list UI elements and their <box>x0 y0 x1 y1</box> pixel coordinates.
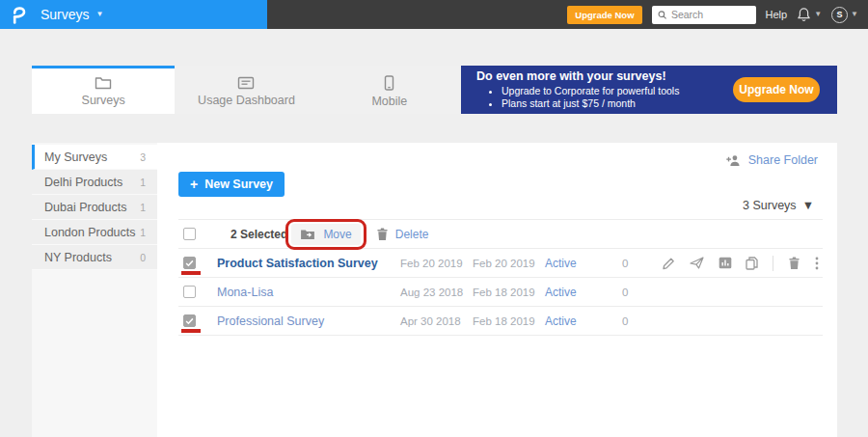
sidebar-item-delhi-products[interactable]: Delhi Products 1 <box>32 170 157 195</box>
row-checkbox[interactable] <box>183 314 196 327</box>
folder-count: 1 <box>140 227 146 238</box>
sidebar-item-london-products[interactable]: London Products 1 <box>32 220 157 245</box>
folder-label: Delhi Products <box>44 176 140 189</box>
folders-sidebar: My Surveys 3 Delhi Products 1 Dubai Prod… <box>32 143 157 437</box>
chevron-down-icon: ▼ <box>802 200 814 212</box>
chevron-down-icon: ▼ <box>814 11 822 18</box>
folder-label: Dubai Products <box>44 201 140 214</box>
created-date: Feb 20 2019 <box>400 258 473 269</box>
selection-toolbar: 2 Selected Move <box>178 219 823 249</box>
tab-label: Usage Dashboard <box>198 94 295 107</box>
row-actions <box>656 256 823 271</box>
selected-count-label: 2 Selected <box>231 228 287 241</box>
status-badge[interactable]: Active <box>545 257 622 270</box>
top-bar: Surveys ▼ Upgrade Now Help ▼ S ▼ <box>0 0 868 29</box>
chevron-down-icon: ▼ <box>96 11 104 18</box>
share-folder-link[interactable]: Share Folder <box>726 153 818 167</box>
help-link[interactable]: Help <box>766 9 788 20</box>
new-survey-button[interactable]: + New Survey <box>178 172 285 197</box>
move-label: Move <box>323 228 351 241</box>
reports-icon[interactable] <box>719 257 732 269</box>
search-input[interactable] <box>671 9 750 20</box>
table-row: Professional Survey Apr 30 2018 Feb 18 2… <box>178 307 823 336</box>
created-date: Apr 30 2018 <box>400 315 473 327</box>
view-tabs: Surveys Usage Dashboard Mobile <box>32 66 461 114</box>
banner-upgrade-button[interactable]: Upgrade Now <box>733 77 820 102</box>
folder-label: London Products <box>44 226 140 239</box>
upgrade-banner: Do even more with your surveys! Upgrade … <box>461 66 837 114</box>
row-checkbox-cell <box>178 307 217 335</box>
move-button[interactable]: Move <box>291 224 360 245</box>
mobile-icon <box>384 75 394 91</box>
notifications-menu[interactable]: ▼ <box>797 7 822 22</box>
survey-list-main: Share Folder + New Survey 3 Surveys ▼ 2 … <box>157 143 837 437</box>
row-checkbox-cell <box>178 278 217 306</box>
delete-icon[interactable] <box>788 257 800 270</box>
share-folder-label: Share Folder <box>748 153 818 167</box>
survey-title-link[interactable]: Professional Survey <box>217 314 400 328</box>
surveys-content-card: My Surveys 3 Delhi Products 1 Dubai Prod… <box>32 143 837 437</box>
tab-label: Mobile <box>371 95 407 108</box>
responses-count: 0 <box>622 258 656 269</box>
banner-bullet: Upgrade to Corporate for powerful tools <box>502 85 733 97</box>
divider <box>773 256 773 271</box>
more-icon[interactable] <box>815 257 819 270</box>
app-switcher-menu[interactable]: Surveys ▼ <box>41 7 104 22</box>
row-checkbox[interactable] <box>183 286 196 298</box>
row-checkbox[interactable] <box>183 257 196 269</box>
delete-button[interactable]: Delete <box>376 228 429 241</box>
status-badge[interactable]: Active <box>545 286 622 299</box>
banner-bullet-list: Upgrade to Corporate for powerful tools … <box>502 85 733 110</box>
responses-count: 0 <box>622 315 656 327</box>
banner-bullet: Plans start at just $75 / month <box>502 97 733 110</box>
search-box[interactable] <box>652 6 756 24</box>
bell-icon <box>797 7 811 22</box>
sidebar-item-ny-products[interactable]: NY Products 0 <box>32 245 157 270</box>
tabs-and-banner-band: Surveys Usage Dashboard Mobile Do even m… <box>32 66 837 114</box>
status-badge[interactable]: Active <box>545 314 622 328</box>
sidebar-item-dubai-products[interactable]: Dubai Products 1 <box>32 195 157 220</box>
tab-label: Surveys <box>82 94 125 107</box>
table-row: Product Satisfaction Survey Feb 20 2019 … <box>178 249 823 278</box>
plus-icon: + <box>190 177 198 192</box>
folder-label: NY Products <box>44 251 140 264</box>
tab-surveys[interactable]: Surveys <box>32 66 175 114</box>
tab-mobile[interactable]: Mobile <box>318 66 461 114</box>
table-row: Mona-Lisa Aug 23 2018 Feb 18 2019 Active… <box>178 278 823 307</box>
tab-usage-dashboard[interactable]: Usage Dashboard <box>175 66 317 114</box>
surveys-table: 2 Selected Move <box>178 219 823 336</box>
select-all-checkbox[interactable] <box>183 228 196 240</box>
trash-icon <box>376 228 389 241</box>
dashboard-icon <box>237 76 255 90</box>
row-checkbox-cell <box>178 249 217 277</box>
duplicate-icon[interactable] <box>746 257 758 270</box>
folder-count: 1 <box>140 177 146 188</box>
folder-count: 3 <box>140 151 146 163</box>
modified-date: Feb 20 2019 <box>473 258 545 269</box>
account-menu[interactable]: S ▼ <box>831 7 858 23</box>
surveys-count-dropdown[interactable]: 3 Surveys ▼ <box>743 199 814 212</box>
red-underline-annotation <box>181 329 201 333</box>
sidebar-item-my-surveys[interactable]: My Surveys 3 <box>32 145 157 170</box>
move-folder-icon <box>300 229 315 240</box>
survey-title-link[interactable]: Mona-Lisa <box>217 286 400 299</box>
proprofs-logo-icon[interactable] <box>11 4 27 25</box>
red-underline-annotation <box>181 271 201 275</box>
upgrade-now-button[interactable]: Upgrade Now <box>567 6 641 24</box>
send-icon[interactable] <box>690 257 704 269</box>
red-annotation-box: Move <box>285 219 366 250</box>
folder-icon <box>95 76 112 90</box>
search-icon <box>658 10 666 20</box>
responses-count: 0 <box>622 287 656 298</box>
delete-label: Delete <box>395 228 429 241</box>
folder-count: 0 <box>140 252 146 263</box>
topbar-controls: Upgrade Now Help ▼ S ▼ <box>267 0 868 29</box>
survey-title-link[interactable]: Product Satisfaction Survey <box>217 257 400 270</box>
created-date: Aug 23 2018 <box>400 287 473 298</box>
folder-count: 1 <box>140 202 146 213</box>
modified-date: Feb 18 2019 <box>473 287 545 298</box>
edit-icon[interactable] <box>662 257 675 270</box>
avatar: S <box>831 7 848 23</box>
surveys-count-label: 3 Surveys <box>743 199 797 212</box>
banner-title: Do even more with your surveys! <box>476 69 733 83</box>
